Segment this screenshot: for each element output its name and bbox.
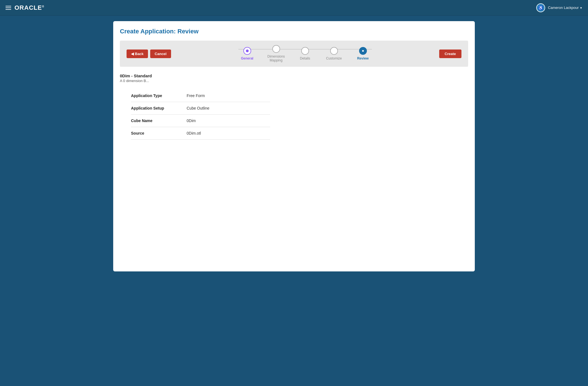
wizard-right-buttons: Create <box>439 50 461 58</box>
step-details[interactable]: Details <box>291 47 320 60</box>
step-dimensions-mapping[interactable]: Dimensions Mapping <box>262 45 291 62</box>
review-value-source: 0Dim.otl <box>187 131 201 135</box>
review-value-app-setup: Cube Outline <box>187 106 209 110</box>
review-table: Application Type Free Form Application S… <box>131 90 270 140</box>
step-customize[interactable]: Customize <box>320 47 349 60</box>
step-dimensions-mapping-label: Dimensions Mapping <box>266 55 286 62</box>
header-right: ♿ Cameron Lackpour ▼ <box>536 3 582 12</box>
step-general-label: General <box>241 56 253 60</box>
header-left: ORACLE® <box>6 4 44 11</box>
steps-container: General Dimensions Mapping Details <box>233 45 377 62</box>
step-review[interactable]: Review <box>349 47 377 60</box>
review-label-source: Source <box>131 131 187 135</box>
review-label-cube-name: Cube Name <box>131 118 187 123</box>
user-dropdown-arrow: ▼ <box>580 6 582 9</box>
main-wrapper: Create Application: Review ◀ Back Cancel <box>0 16 588 386</box>
step-details-label: Details <box>300 56 310 60</box>
user-name-label: Cameron Lackpour <box>548 6 579 10</box>
hamburger-icon[interactable] <box>6 6 11 10</box>
wizard-left-buttons: ◀ Back Cancel <box>127 50 171 58</box>
review-value-cube-name: 0Dim <box>187 118 196 123</box>
step-general-circle <box>243 47 251 55</box>
step-review-label: Review <box>357 56 369 60</box>
step-dimensions-mapping-circle <box>272 45 280 53</box>
cancel-button[interactable]: Cancel <box>150 50 171 58</box>
app-name: 0Dim - Standard <box>120 73 468 78</box>
step-general[interactable]: General <box>233 47 262 60</box>
user-menu[interactable]: Cameron Lackpour ▼ <box>548 6 582 10</box>
review-row-app-type: Application Type Free Form <box>131 90 270 102</box>
review-label-app-setup: Application Setup <box>131 106 187 110</box>
wizard-steps: General Dimensions Mapping Details <box>171 45 439 62</box>
wizard-bar: ◀ Back Cancel General <box>120 41 468 67</box>
step-review-circle <box>359 47 367 55</box>
review-row-cube-name: Cube Name 0Dim <box>131 115 270 127</box>
create-button[interactable]: Create <box>439 50 461 58</box>
review-label-app-type: Application Type <box>131 93 187 98</box>
step-details-circle <box>301 47 309 55</box>
back-button[interactable]: ◀ Back <box>127 50 148 58</box>
user-avatar-icon: ♿ <box>536 3 545 12</box>
card: Create Application: Review ◀ Back Cancel <box>113 21 475 271</box>
oracle-logo: ORACLE® <box>14 4 44 11</box>
back-icon: ◀ <box>131 52 134 56</box>
app-description: A 0 dimension B... <box>120 79 468 83</box>
review-row-app-setup: Application Setup Cube Outline <box>131 102 270 115</box>
step-customize-label: Customize <box>326 56 342 60</box>
review-row-source: Source 0Dim.otl <box>131 127 270 140</box>
step-customize-circle <box>330 47 338 55</box>
content-header: 0Dim - Standard A 0 dimension B... <box>120 73 468 83</box>
header: ORACLE® ♿ Cameron Lackpour ▼ <box>0 0 588 16</box>
review-value-app-type: Free Form <box>187 93 205 98</box>
page-title: Create Application: Review <box>120 28 468 35</box>
